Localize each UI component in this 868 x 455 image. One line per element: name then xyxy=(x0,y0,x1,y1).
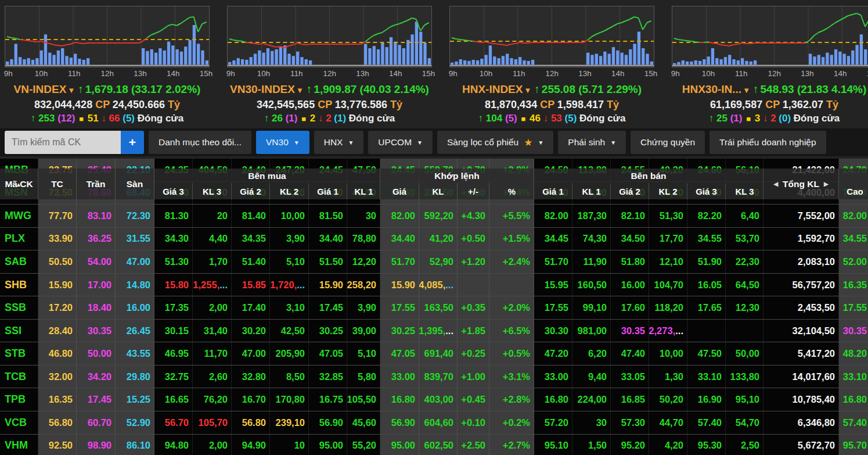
time-tick-label: 14h xyxy=(611,69,625,78)
cell-sell-kl2: 44,70 xyxy=(649,411,687,434)
cell-buy-kl3: 20 xyxy=(193,205,232,227)
table-row-sab[interactable]: SAB50.5054.0047.0051.301,7051.405,1051.5… xyxy=(0,250,868,274)
scroll-left-icon[interactable]: ◀ xyxy=(773,181,778,187)
col-header-kl-2[interactable]: KL 2 xyxy=(649,183,687,199)
col-header-gi-3[interactable]: Giá 3 xyxy=(687,183,726,199)
col-header-kl-1[interactable]: KL 1 xyxy=(572,183,611,199)
cell-buy-kl1: 5,10 xyxy=(347,342,380,365)
cell-sell-kl2: 50,20 xyxy=(649,388,687,411)
time-tick-label: 12h xyxy=(323,69,336,78)
index-headline: VN30-INDEX▼↑1,909.87 (40.03 2.14%) xyxy=(227,83,432,98)
vn30-tab[interactable]: VN30▼ xyxy=(256,131,309,154)
table-row-plx[interactable]: PLX33.9036.2531.5534.304,4034.353,9034.4… xyxy=(0,228,868,251)
col-header-kl-2[interactable]: KL 2 xyxy=(270,183,309,199)
table-row-mwg[interactable]: MWG77.7083.1072.3081.302081.4010,0081.50… xyxy=(0,205,868,228)
decliners-count: 53 xyxy=(551,113,565,124)
chevron-down-icon[interactable]: ▼ xyxy=(743,86,750,95)
scroll-right-icon[interactable]: ▶ xyxy=(824,181,829,187)
cell-buy-kl3: 2,00 xyxy=(193,435,232,455)
cell-match-gia: 34.40 xyxy=(380,228,419,250)
cell-sell-gia1: 47.20 xyxy=(534,342,572,365)
hnx-tab[interactable]: HNX▼ xyxy=(314,131,364,154)
table-row-stb[interactable]: STB46.8050.0043.5546.9511,7047.00205,904… xyxy=(0,342,868,366)
col-header-san[interactable]: Sàn xyxy=(116,169,154,199)
cell-cao: 48.20 xyxy=(839,342,868,365)
col-header-tran[interactable]: Trần xyxy=(77,169,116,199)
col-header-gi-[interactable]: Giá xyxy=(380,183,419,199)
table-row-shb[interactable]: SHB15.9017.0014.8015.801,255,...15.851,7… xyxy=(0,274,868,297)
index-chart-panel[interactable] xyxy=(672,6,868,67)
watchlist-button[interactable]: Danh mục theo dõi... xyxy=(149,131,251,154)
index-intraday-chart[interactable] xyxy=(228,6,431,67)
corporate-bond-button[interactable]: Trái phiếu doanh nghiệp xyxy=(709,131,826,154)
index-name[interactable]: HNX30-IN... xyxy=(682,83,741,95)
covered-warrant-button[interactable]: Chứng quyền xyxy=(631,131,705,154)
col-header-gi-1[interactable]: Giá 1 xyxy=(309,183,347,199)
chevron-down-icon[interactable]: ▼ xyxy=(296,86,304,95)
col-header-gi-3[interactable]: Giá 3 xyxy=(154,183,193,199)
sell-group: Bên bánGiá 1KL 1Giá 2KL 2Giá 3KL 3 xyxy=(534,169,763,199)
cell-sell-gia3: 47.50 xyxy=(687,342,726,365)
index-name[interactable]: VN30-INDEX xyxy=(230,83,295,95)
col-header-kl-3[interactable]: KL 3 xyxy=(726,183,763,199)
col-header-tc[interactable]: TC xyxy=(38,169,77,199)
col-header-kl-3[interactable]: KL 3 xyxy=(193,183,232,199)
col-header-kl-1[interactable]: KL 1 xyxy=(347,183,380,199)
cell-buy-kl1: 3,90 xyxy=(347,296,380,319)
index-intraday-chart[interactable] xyxy=(672,6,868,67)
cell-tong-kl: 2,453,50 xyxy=(763,296,839,319)
col-header--[interactable]: +/- xyxy=(458,183,489,199)
index-name[interactable]: VN-INDEX xyxy=(14,83,67,95)
add-ticker-button[interactable]: + xyxy=(121,131,144,154)
table-row-tpb[interactable]: TPB16.3517.4515.2516.6576,2016.70170,801… xyxy=(0,388,868,411)
cao-spacer xyxy=(839,169,868,183)
search-input[interactable] xyxy=(5,131,121,154)
sort-ascending-icon: ▲ xyxy=(16,181,21,188)
chevron-down-icon[interactable]: ▼ xyxy=(524,86,531,95)
cell-buy-kl2: 205,90 xyxy=(270,342,309,365)
index-intraday-chart[interactable] xyxy=(5,6,209,67)
index-chart-panel[interactable] xyxy=(449,6,654,67)
cell-sell-gia2: 51.80 xyxy=(611,250,649,273)
match-group: Khớp lệnhGiáKL+/-% xyxy=(380,169,534,199)
cell-buy-gia3: 34.30 xyxy=(154,228,193,250)
stock-screener-button[interactable]: Sàng lọc cổ phiếu★▼ xyxy=(437,131,553,154)
table-row-tcb[interactable]: TCB32.0034.2029.8032.752,6032.808,5032.8… xyxy=(0,366,868,389)
index-summary: VN-INDEX▼↑1,679.18 (33.17 2.02%)832,044,… xyxy=(5,83,210,126)
col-header-gi-1[interactable]: Giá 1 xyxy=(534,183,572,199)
cell-match-gia: 15.90 xyxy=(380,274,419,296)
cell-sell-kl2: 10,00 xyxy=(649,342,687,365)
cell-tc: 28.40 xyxy=(38,320,77,342)
table-row-ssi[interactable]: SSI28.4030.3526.4530.1531,4030.2042,5030… xyxy=(0,320,868,343)
derivatives-button[interactable]: Phái sinh▼ xyxy=(558,131,626,154)
arrow-down-icon: ↓ xyxy=(543,113,551,124)
cell-sell-gia2: 33.05 xyxy=(611,366,649,388)
upcom-tab[interactable]: UPCOM▼ xyxy=(368,131,433,154)
index-chart-panel[interactable] xyxy=(5,6,210,67)
col-header-gi-2[interactable]: Giá 2 xyxy=(611,183,649,199)
cell-san: 29.80 xyxy=(116,366,154,388)
cell-sell-kl3: 95,10 xyxy=(726,388,763,411)
col-header-cao[interactable]: Cao xyxy=(839,183,868,199)
col-header--[interactable]: % xyxy=(489,183,534,199)
ceiling-count: (5) xyxy=(505,113,520,124)
index-chart-panel[interactable] xyxy=(227,6,432,67)
cell-match-gia: 56.90 xyxy=(380,411,419,434)
cell-buy-kl1: 78,80 xyxy=(347,228,380,250)
table-row-vcb[interactable]: VCB56.8060.7052.9056.70105,7056.80239,10… xyxy=(0,411,868,435)
chevron-down-icon[interactable]: ▼ xyxy=(67,86,75,95)
table-row-vhm[interactable]: VHM92.5098.9086.1094.802,0094.901095.005… xyxy=(0,435,868,455)
table-row-ssb[interactable]: SSB17.2018.4016.0017.352,0017.403,1017.4… xyxy=(0,296,868,320)
star-icon: ★ xyxy=(524,137,532,149)
cell-sell-gia3: 34.55 xyxy=(687,228,726,250)
col-header-kl[interactable]: KL xyxy=(419,183,458,199)
index-name[interactable]: HNX-INDEX xyxy=(462,83,523,95)
toolbar: + Danh mục theo dõi...VN30▼HNX▼UPCOM▼Sàn… xyxy=(0,128,868,156)
col-header-gi-2[interactable]: Giá 2 xyxy=(232,183,270,199)
index-summary-strip: VN-INDEX▼↑1,679.18 (33.17 2.02%)832,044,… xyxy=(0,81,868,126)
index-intraday-chart[interactable] xyxy=(450,6,654,67)
col-header-tong-kl[interactable]: ◀Tổng KL▶ xyxy=(763,169,839,199)
cell-sell-gia2: 47.40 xyxy=(611,342,649,365)
unit-cp: CP xyxy=(765,99,783,110)
cell-tran: 17.00 xyxy=(77,274,116,296)
